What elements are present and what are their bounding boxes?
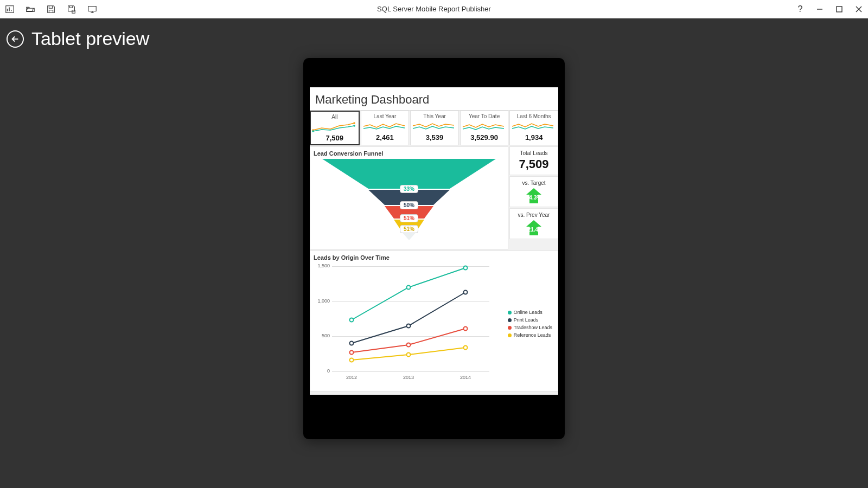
legend-item: Print Leads xyxy=(508,317,552,323)
svg-point-15 xyxy=(353,125,355,127)
line-chart: 0 500 1,000 1,500 xyxy=(314,263,554,388)
preview-icon xyxy=(87,4,97,14)
legend-item: Tradeshow Leads xyxy=(508,325,552,330)
kpi-label: vs. Target xyxy=(513,180,554,186)
kpi-vs-target: vs. Target 24.3% xyxy=(509,176,558,207)
funnel-stage-label: 51% xyxy=(400,225,418,233)
up-arrow-icon: 24.3% xyxy=(522,188,546,203)
svg-point-25 xyxy=(464,266,468,270)
save-icon xyxy=(46,4,56,14)
line-chart-title: Leads by Origin Over Time xyxy=(314,254,554,261)
close-button[interactable] xyxy=(854,4,864,14)
kpi-vs-prev-year: vs. Prev Year 121.4% xyxy=(509,208,558,239)
filter-label: Last Year xyxy=(362,113,408,119)
line-chart-legend: Online Leads Print Leads Tradeshow Leads… xyxy=(508,310,552,340)
sparkline-icon xyxy=(412,121,455,132)
preview-button[interactable] xyxy=(87,4,98,15)
kpi-value: 24.3% xyxy=(522,195,546,201)
close-icon xyxy=(855,5,863,13)
svg-point-34 xyxy=(464,346,468,350)
svg-point-28 xyxy=(464,291,468,294)
kpi-value: 121.4% xyxy=(522,227,546,233)
filter-card-this-year[interactable]: This Year 3,539 xyxy=(410,111,459,145)
sparkline-icon xyxy=(462,121,505,132)
filter-value: 2,461 xyxy=(362,133,408,142)
svg-point-29 xyxy=(350,351,354,355)
funnel-title: Lead Conversion Funnel xyxy=(314,150,505,157)
filter-value: 3,539 xyxy=(412,133,457,142)
sparkline-icon xyxy=(362,121,406,132)
chart-icon xyxy=(5,4,15,14)
kpi-label: Total Leads xyxy=(513,150,554,156)
svg-rect-4 xyxy=(88,6,96,11)
new-chart-button[interactable] xyxy=(4,4,15,15)
open-button[interactable] xyxy=(25,4,36,15)
tablet-screen: Marketing Dashboard All 7,509 Last Year xyxy=(310,87,558,395)
svg-point-33 xyxy=(407,353,411,357)
filter-label: All xyxy=(312,114,358,120)
line-chart-panel: Leads by Origin Over Time 0 500 1,000 1,… xyxy=(310,251,558,391)
minimize-button[interactable] xyxy=(815,4,825,14)
x-tick: 2014 xyxy=(455,375,476,380)
maximize-button[interactable] xyxy=(834,4,844,14)
svg-point-14 xyxy=(312,130,314,132)
x-tick: 2012 xyxy=(341,375,362,380)
toolbar xyxy=(4,4,98,15)
save-as-icon xyxy=(67,4,76,14)
kpi-panel: Total Leads 7,509 vs. Target 24.3% vs. P… xyxy=(509,146,558,249)
minimize-icon xyxy=(816,5,824,13)
legend-item: Reference Leads xyxy=(508,332,552,338)
filter-value: 3,529.90 xyxy=(462,133,507,142)
svg-point-32 xyxy=(350,358,354,362)
sparkline-icon xyxy=(511,121,554,132)
preview-header: Tablet preview xyxy=(7,28,149,49)
funnel-stage-label: 50% xyxy=(400,201,418,209)
sparkline-icon xyxy=(312,121,355,132)
help-button[interactable]: ? xyxy=(795,4,805,14)
funnel-stage-label: 33% xyxy=(400,185,418,193)
filter-value: 1,934 xyxy=(511,133,557,142)
filter-card-last-year[interactable]: Last Year 2,461 xyxy=(361,111,410,145)
save-to-server-button[interactable] xyxy=(66,4,77,15)
funnel-chart: 33% 50% 51% 51% xyxy=(314,159,505,246)
help-icon: ? xyxy=(798,4,803,14)
svg-point-30 xyxy=(407,343,411,347)
kpi-total-leads: Total Leads 7,509 xyxy=(509,146,558,175)
svg-point-24 xyxy=(407,286,411,290)
filter-label: Year To Date xyxy=(462,113,507,119)
back-arrow-icon xyxy=(10,34,20,44)
legend-item: Online Leads xyxy=(508,310,552,315)
x-tick: 2013 xyxy=(398,375,419,380)
svg-point-26 xyxy=(350,342,354,345)
svg-marker-16 xyxy=(322,159,496,189)
svg-point-31 xyxy=(464,327,468,331)
svg-rect-8 xyxy=(837,7,842,12)
filter-card-last-6-months[interactable]: Last 6 Months 1,934 xyxy=(509,111,558,145)
legend-label: Tradeshow Leads xyxy=(514,325,552,330)
tablet-device-frame: Marketing Dashboard All 7,509 Last Year xyxy=(303,58,565,439)
app-title: SQL Server Mobile Report Publisher xyxy=(377,5,491,13)
filter-label: This Year xyxy=(412,113,457,119)
dashboard-title: Marketing Dashboard xyxy=(310,87,558,111)
open-icon xyxy=(25,4,35,14)
funnel-panel: Lead Conversion Funnel 33% 50% 51% 51% xyxy=(310,146,508,249)
back-button[interactable] xyxy=(7,30,24,48)
filter-card-ytd[interactable]: Year To Date 3,529.90 xyxy=(460,111,509,145)
kpi-value: 7,509 xyxy=(513,157,554,171)
save-button[interactable] xyxy=(46,4,56,15)
preview-title: Tablet preview xyxy=(31,28,149,49)
funnel-stage-label: 51% xyxy=(400,214,418,222)
filter-label: Last 6 Months xyxy=(511,113,557,119)
svg-point-13 xyxy=(353,122,355,124)
mid-row: Lead Conversion Funnel 33% 50% 51% 51% xyxy=(310,146,558,249)
filter-card-all[interactable]: All 7,509 xyxy=(310,111,360,145)
up-arrow-icon: 121.4% xyxy=(522,220,546,235)
svg-point-23 xyxy=(350,318,354,322)
filter-value: 7,509 xyxy=(312,134,358,142)
title-bar: SQL Server Mobile Report Publisher ? xyxy=(0,0,868,18)
window-controls: ? xyxy=(795,4,864,14)
kpi-label: vs. Prev Year xyxy=(513,212,554,218)
legend-label: Online Leads xyxy=(514,310,542,315)
legend-label: Print Leads xyxy=(514,317,539,323)
legend-label: Reference Leads xyxy=(514,332,551,338)
